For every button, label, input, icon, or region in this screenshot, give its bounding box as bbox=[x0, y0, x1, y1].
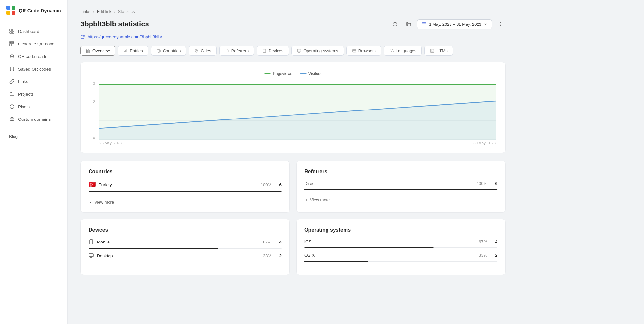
sidebar-item-blog[interactable]: Blog bbox=[3, 131, 65, 142]
page-title: 3bpblt3blb statistics bbox=[80, 20, 149, 28]
chart-area: 3 2 1 0 bbox=[90, 82, 496, 146]
svg-rect-31 bbox=[124, 51, 125, 52]
chart-x-labels: 26 May, 2023 30 May, 2023 bbox=[90, 141, 496, 145]
ios-bar-bg bbox=[304, 247, 497, 248]
sidebar-label-generate-qr: Generate QR code bbox=[18, 42, 54, 46]
copy-button[interactable] bbox=[403, 19, 414, 29]
countries-view-more[interactable]: View more bbox=[89, 197, 282, 205]
referrers-card-title: Referrers bbox=[304, 169, 497, 175]
sidebar-label-dashboard: Dashboard bbox=[18, 29, 39, 34]
tab-operating-systems[interactable]: Operating systems bbox=[291, 46, 344, 56]
tab-overview-label: Overview bbox=[92, 48, 110, 53]
chart-legend: Pageviews Visitors bbox=[90, 71, 496, 76]
content-area: Links › Edit link › Statistics 3bpblt3bl… bbox=[68, 0, 518, 284]
tab-browsers[interactable]: Browsers bbox=[346, 46, 381, 56]
svg-point-35 bbox=[196, 50, 197, 51]
tab-cities[interactable]: Cities bbox=[189, 46, 217, 56]
folder-icon bbox=[9, 91, 15, 97]
globe-icon bbox=[9, 116, 15, 122]
desktop-count: 2 bbox=[277, 253, 282, 258]
svg-rect-12 bbox=[13, 42, 14, 43]
external-link-icon bbox=[80, 35, 85, 39]
tab-languages-label: Languages bbox=[396, 48, 416, 53]
logo: QR Code Dynamic bbox=[0, 0, 67, 21]
sidebar-item-dashboard[interactable]: Dashboard bbox=[3, 25, 65, 37]
countries-list: 🇹🇷 Turkey 100% 6 bbox=[89, 181, 282, 192]
url-row: https://qrcodedynamic.com/3bpblt3blb/ bbox=[80, 34, 506, 39]
x-label-start: 26 May, 2023 bbox=[99, 141, 122, 145]
page-url[interactable]: https://qrcodedynamic.com/3bpblt3blb/ bbox=[88, 34, 162, 39]
logo-icon bbox=[6, 6, 15, 15]
tab-devices[interactable]: Devices bbox=[257, 46, 289, 56]
sidebar-item-projects[interactable]: Projects bbox=[3, 88, 65, 100]
turkey-bar-fill bbox=[89, 191, 282, 192]
tab-languages[interactable]: Languages bbox=[384, 46, 422, 56]
svg-rect-6 bbox=[10, 32, 12, 33]
svg-rect-4 bbox=[10, 29, 12, 31]
pageviews-dot bbox=[264, 73, 271, 74]
breadcrumb-edit-link[interactable]: Edit link bbox=[97, 9, 112, 14]
mobile-bar-container bbox=[89, 248, 282, 249]
svg-rect-17 bbox=[14, 45, 14, 46]
svg-rect-51 bbox=[89, 254, 93, 257]
mobile-pct: 67% bbox=[263, 240, 271, 244]
tab-referrers[interactable]: Referrers bbox=[219, 46, 254, 56]
more-options-button[interactable] bbox=[495, 19, 506, 29]
desktop-pct: 33% bbox=[263, 253, 271, 258]
utm-icon bbox=[430, 49, 434, 53]
sidebar-item-links[interactable]: Links bbox=[3, 75, 65, 88]
mobile-count: 4 bbox=[277, 240, 282, 244]
copy-icon bbox=[406, 22, 411, 27]
date-picker-button[interactable]: 1 May, 2023 – 31 May, 2023 bbox=[417, 19, 492, 29]
sidebar-label-blog: Blog bbox=[9, 134, 18, 139]
y-label-1: 1 bbox=[90, 118, 95, 122]
referrers-view-more[interactable]: View more bbox=[304, 195, 497, 202]
osx-bar-container bbox=[304, 261, 497, 262]
svg-rect-38 bbox=[298, 49, 301, 52]
svg-rect-33 bbox=[127, 49, 128, 52]
svg-point-40 bbox=[353, 50, 353, 50]
tab-countries-label: Countries bbox=[163, 48, 181, 53]
os-card: Operating systems iOS 67% 4 bbox=[296, 219, 506, 275]
sidebar-item-saved-qr[interactable]: Saved QR codes bbox=[3, 63, 65, 75]
svg-rect-16 bbox=[13, 45, 13, 46]
y-label-0: 0 bbox=[90, 136, 95, 140]
desktop-bar-fill bbox=[89, 262, 152, 262]
tab-entries-label: Entries bbox=[130, 48, 143, 53]
tab-cities-label: Cities bbox=[201, 48, 211, 53]
calendar-icon bbox=[422, 22, 426, 26]
y-label-3: 3 bbox=[90, 82, 95, 86]
direct-bar-bg bbox=[304, 189, 497, 190]
legend-pageviews: Pageviews bbox=[264, 71, 292, 76]
grid-icon bbox=[9, 28, 15, 34]
direct-bar-fill bbox=[304, 189, 497, 190]
svg-point-24 bbox=[500, 22, 501, 23]
tab-entries[interactable]: Entries bbox=[118, 46, 148, 56]
x-label-end: 30 May, 2023 bbox=[473, 141, 496, 145]
browser-icon bbox=[352, 49, 356, 53]
svg-point-41 bbox=[353, 50, 354, 50]
turkey-bar-bg bbox=[89, 191, 282, 192]
ios-pct: 67% bbox=[479, 239, 487, 244]
svg-rect-27 bbox=[86, 49, 88, 51]
tab-countries[interactable]: Countries bbox=[151, 46, 186, 56]
svg-point-19 bbox=[11, 56, 13, 57]
breadcrumb-links[interactable]: Links bbox=[80, 9, 90, 14]
tab-utms[interactable]: UTMs bbox=[424, 46, 453, 56]
desktop-bar-container bbox=[89, 262, 282, 262]
sidebar-item-custom-domains[interactable]: Custom domains bbox=[3, 113, 65, 125]
refresh-button[interactable] bbox=[390, 19, 400, 29]
table-row: Desktop 33% 2 bbox=[89, 253, 282, 258]
sidebar-item-pixels[interactable]: Pixels bbox=[3, 100, 65, 113]
svg-rect-14 bbox=[13, 44, 13, 45]
sidebar-label-custom-domains: Custom domains bbox=[18, 117, 51, 122]
svg-rect-1 bbox=[12, 6, 15, 10]
tab-os-label: Operating systems bbox=[303, 48, 338, 53]
qr-icon bbox=[9, 41, 15, 47]
visitors-dot bbox=[300, 73, 307, 74]
ios-bar-fill bbox=[304, 247, 434, 248]
chevron-down-icon bbox=[484, 23, 487, 26]
sidebar-item-qr-reader[interactable]: QR code reader bbox=[3, 50, 65, 62]
sidebar-item-generate-qr[interactable]: Generate QR code bbox=[3, 38, 65, 50]
tab-overview[interactable]: Overview bbox=[80, 46, 115, 56]
